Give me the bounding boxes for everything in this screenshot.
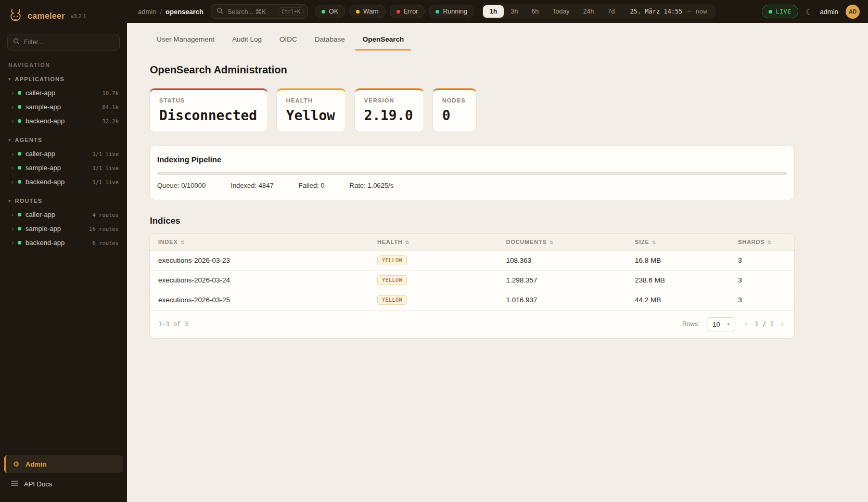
time-range-today[interactable]: Today [545, 5, 576, 18]
sidebar-item-agents-caller-app[interactable]: › caller-app 1/1 live [0, 147, 127, 161]
chip-label: OK [329, 8, 338, 15]
topbar: admin / opensearch Search... ⌘K Ctrl+K O… [127, 0, 868, 23]
list-icon [10, 480, 19, 488]
sidebar-item-routes-caller-app[interactable]: › caller-app 4 routes [0, 208, 127, 222]
sidebar-item-label: caller-app [25, 150, 55, 158]
indexing-pipeline-card: Indexing Pipeline Queue: 0/10000 Indexed… [149, 146, 795, 200]
sidebar-item-agents-sample-app[interactable]: › sample-app 1/1 live [0, 161, 127, 175]
tab-oidc[interactable]: OIDC [272, 30, 304, 50]
sidebar-item-agents-backend-app[interactable]: › backend-app 1/1 live [0, 175, 127, 189]
running-status-dot [436, 10, 439, 14]
global-search-input[interactable]: Search... ⌘K Ctrl+K [211, 4, 308, 19]
sort-icon: ⇅ [767, 240, 771, 245]
column-header-shards[interactable]: SHARDS⇅ [730, 234, 794, 251]
stat-cards: STATUS Disconnected HEALTH Yellow VERSIO… [149, 88, 845, 132]
column-header-index[interactable]: INDEX⇅ [150, 234, 369, 251]
caret-down-icon: ▾ [8, 137, 11, 143]
admin-tabs: User Management Audit Log OIDC Database … [149, 30, 845, 50]
next-page-button[interactable]: › [779, 319, 786, 329]
time-range-display[interactable]: 25. März 14:55 — now [621, 8, 714, 15]
sidebar-item-admin[interactable]: ⚙ Admin [4, 455, 123, 473]
status-dot [18, 166, 21, 170]
sort-icon: ⇅ [550, 240, 554, 245]
filter-chip-running[interactable]: Running [429, 5, 474, 18]
filter-input[interactable] [24, 38, 114, 46]
date-separator: — [687, 8, 691, 15]
status-dot [18, 227, 21, 230]
pipeline-progress-bar [157, 172, 787, 175]
sidebar-item-applications-backend-app[interactable]: › backend-app 32.2k [0, 114, 127, 128]
dark-mode-toggle[interactable]: ☾ [806, 8, 812, 16]
stat-key: Rate: [350, 182, 366, 189]
sidebar-item-label: backend-app [25, 117, 65, 125]
status-dot [18, 152, 21, 156]
chevron-right-icon: › [11, 240, 14, 246]
sidebar-item-badge: 32.2k [102, 118, 119, 124]
previous-page-button[interactable]: ‹ [743, 319, 749, 329]
breadcrumb-separator: / [160, 8, 162, 16]
sidebar-item-applications-caller-app[interactable]: › caller-app 10.7k [0, 86, 127, 100]
sidebar-item-badge: 10.7k [102, 90, 119, 96]
breadcrumb-admin[interactable]: admin [138, 8, 156, 16]
breadcrumb: admin / opensearch [138, 8, 203, 16]
sidebar-item-routes-backend-app[interactable]: › backend-app 6 routes [0, 236, 127, 250]
cell-shards: 3 [730, 290, 794, 310]
gear-icon: ⚙ [12, 460, 20, 468]
chevron-right-icon: › [11, 118, 14, 124]
section-header-applications[interactable]: ▾ APPLICATIONS [0, 72, 127, 86]
time-range-1h[interactable]: 1h [483, 5, 504, 18]
pipeline-stat-queue: Queue: 0/10000 [157, 182, 206, 189]
moon-icon: ☾ [806, 7, 812, 16]
tab-opensearch[interactable]: OpenSearch [355, 30, 412, 50]
time-range-24h[interactable]: 24h [577, 5, 601, 18]
section-header-agents[interactable]: ▾ AGENTS [0, 133, 127, 147]
sidebar-filter[interactable] [7, 34, 120, 50]
logo[interactable]: cameleer v3.2.1 [0, 0, 127, 27]
tab-user-management[interactable]: User Management [149, 30, 222, 50]
page-title: OpenSearch Administration [150, 64, 845, 76]
sidebar-item-applications-sample-app[interactable]: › sample-app 84.1k [0, 100, 127, 114]
column-label: INDEX [158, 239, 178, 245]
section-header-routes[interactable]: ▾ ROUTES [0, 194, 127, 208]
column-header-size[interactable]: SIZE⇅ [627, 234, 730, 251]
filter-chip-warn[interactable]: Warn [349, 5, 385, 18]
search-icon [216, 7, 223, 16]
table-header-row: INDEX⇅ HEALTH⇅ DOCUMENTS⇅ SIZE⇅ SHARDS⇅ [150, 234, 794, 251]
column-header-documents[interactable]: DOCUMENTS⇅ [498, 234, 627, 251]
error-status-dot [397, 10, 400, 14]
sidebar-item-routes-sample-app[interactable]: › sample-app 16 routes [0, 222, 127, 236]
cell-size: 44.2 MB [627, 290, 730, 310]
rows-per-page-select[interactable]: 10 ▾ [707, 317, 735, 331]
app-name: cameleer [28, 11, 65, 21]
cell-index: executions-2026-03-24 [150, 271, 369, 290]
chevron-right-icon: › [11, 151, 14, 157]
stat-card-status: STATUS Disconnected [149, 88, 268, 132]
filter-chip-error[interactable]: Error [390, 5, 425, 18]
sidebar-item-label: Admin [25, 460, 46, 468]
pipeline-stat-rate: Rate: 1.0625/s [350, 182, 394, 189]
navigation-label: NAVIGATION [0, 54, 127, 72]
cell-size: 16.8 MB [627, 251, 730, 271]
breadcrumb-opensearch[interactable]: opensearch [165, 8, 203, 16]
tab-database[interactable]: Database [308, 30, 352, 50]
health-badge: YELLOW [377, 255, 407, 265]
stat-val: 0/10000 [181, 182, 206, 189]
live-toggle[interactable]: LIVE [762, 5, 799, 18]
status-dot [18, 119, 21, 123]
time-range-3h[interactable]: 3h [504, 5, 525, 18]
time-range-7d[interactable]: 7d [601, 5, 621, 18]
stat-value: Disconnected [159, 108, 257, 123]
tab-audit-log[interactable]: Audit Log [225, 30, 269, 50]
rows-per-page-label: Rows: [682, 320, 699, 328]
cell-shards: 3 [730, 251, 794, 271]
time-range-6h[interactable]: 6h [525, 5, 545, 18]
sort-icon: ⇅ [652, 240, 656, 245]
pipeline-title: Indexing Pipeline [157, 155, 787, 164]
table-row: executions-2026-03-24 YELLOW 1.298.357 2… [150, 271, 794, 290]
stat-key: Queue: [157, 182, 180, 189]
column-label: HEALTH [377, 239, 403, 245]
avatar[interactable]: AD [846, 5, 860, 19]
sidebar-item-api-docs[interactable]: API Docs [4, 475, 123, 493]
filter-chip-ok[interactable]: OK [315, 5, 345, 18]
column-header-health[interactable]: HEALTH⇅ [369, 234, 498, 251]
